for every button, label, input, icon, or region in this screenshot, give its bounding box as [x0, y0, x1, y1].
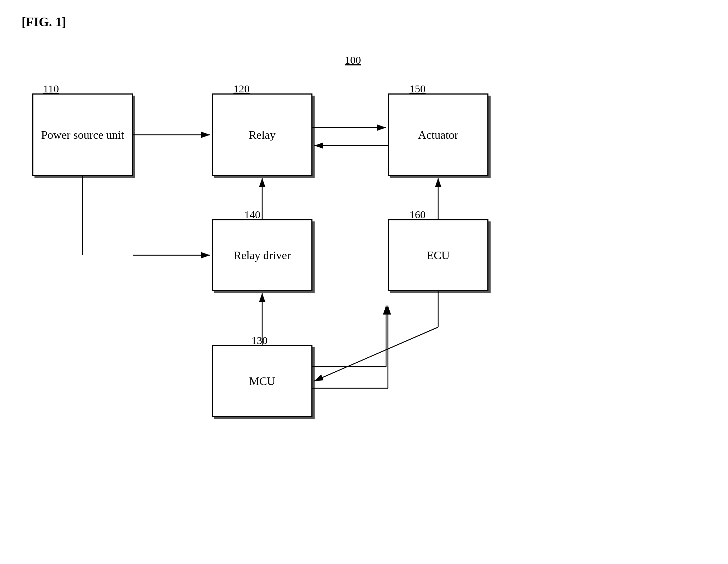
ref-100: 100 — [345, 54, 361, 66]
block-relay: Relay — [212, 93, 312, 176]
block-actuator: Actuator — [388, 93, 488, 176]
figure-label: [FIG. 1] — [22, 14, 66, 29]
block-mcu: MCU — [212, 345, 312, 417]
block-relay-driver: Relay driver — [212, 219, 312, 291]
ref-120: 120 — [233, 83, 250, 95]
svg-line-9 — [314, 327, 438, 381]
ref-150: 150 — [409, 83, 426, 95]
block-ecu: ECU — [388, 219, 488, 291]
ref-140: 140 — [244, 208, 260, 221]
block-power-source: Power source unit — [32, 93, 133, 176]
ref-130: 130 — [251, 334, 268, 347]
diagram-container: 100 110 Power source unit 120 Relay 150 … — [22, 43, 706, 542]
ref-110: 110 — [43, 83, 59, 95]
ref-160: 160 — [409, 208, 426, 221]
